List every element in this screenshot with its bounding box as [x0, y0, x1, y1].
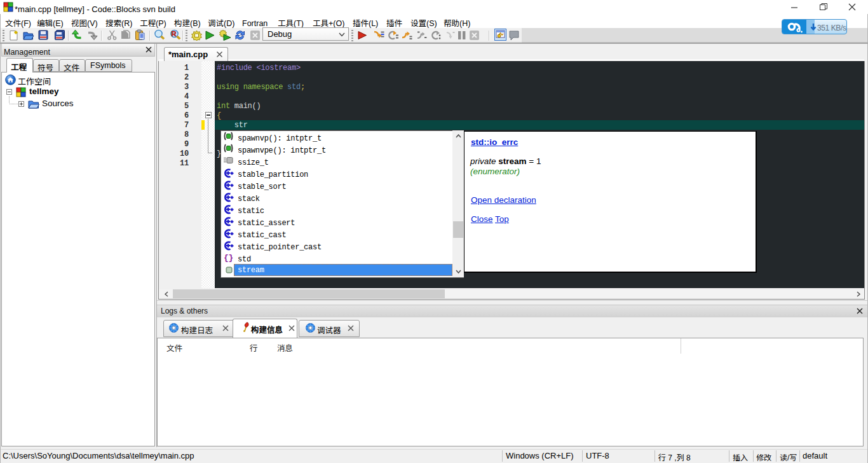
svg-text:R: R	[172, 30, 177, 38]
